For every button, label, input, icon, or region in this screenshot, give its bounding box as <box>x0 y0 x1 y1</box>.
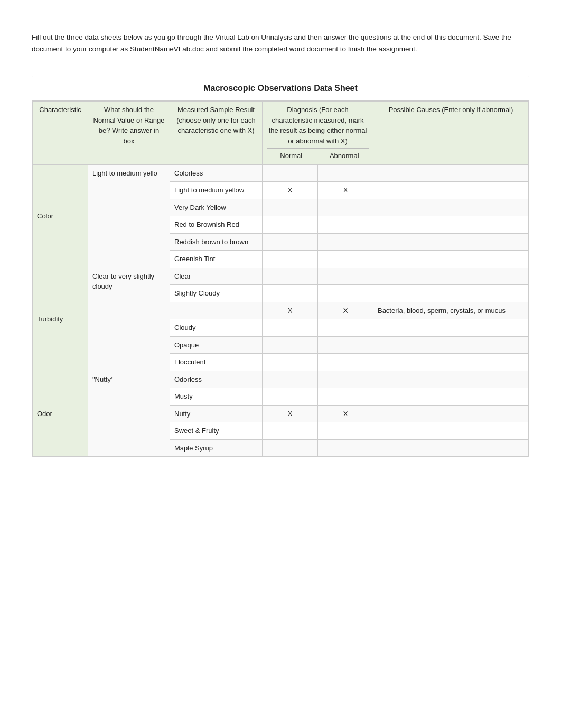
result-maple-syrup: Maple Syrup <box>170 439 263 457</box>
result-slightly-cloudy: Slightly Cloudy <box>170 285 263 302</box>
col-header-diagnosis: Diagnosis (For each characteristic measu… <box>263 102 373 165</box>
normal-value-odor: "Nutty" <box>88 371 170 457</box>
abnormal-x-maple <box>317 439 373 457</box>
causes-odorless <box>373 371 528 388</box>
normal-x-greenish <box>263 251 318 268</box>
result-cloudy: Cloudy <box>170 319 263 337</box>
abnormal-x-opaque <box>317 336 373 354</box>
causes-clear <box>373 268 528 285</box>
normal-x-clear <box>263 268 318 285</box>
characteristic-color: Color <box>33 164 88 268</box>
characteristic-turbidity: Turbidity <box>33 268 88 371</box>
normal-x-dark-yellow <box>263 199 318 216</box>
result-musty: Musty <box>170 388 263 406</box>
table-row: Turbidity Clear to very slightly cloudy … <box>33 268 529 285</box>
normal-x-flocculent <box>263 354 318 371</box>
abnormal-x-red <box>317 216 373 234</box>
abnormal-x-slightly-cloudy <box>317 285 373 302</box>
data-sheet-table: Macroscopic Observations Data Sheet Char… <box>32 76 529 457</box>
result-flocculent: Flocculent <box>170 354 263 371</box>
result-greenish: Greenish Tint <box>170 251 263 268</box>
normal-value-color: Light to medium yello <box>88 164 170 268</box>
result-light-yellow: Light to medium yellow <box>170 182 263 199</box>
intro-paragraph: Fill out the three data sheets below as … <box>32 32 529 54</box>
col-header-characteristic: Characteristic <box>33 102 88 165</box>
causes-maple <box>373 439 528 457</box>
causes-slightly-cloudy <box>373 285 528 302</box>
characteristic-odor: Odor <box>33 371 88 457</box>
causes-dark-yellow <box>373 199 528 216</box>
normal-x-reddish <box>263 233 318 251</box>
abnormal-x-sweet <box>317 422 373 440</box>
causes-cloudy <box>373 319 528 337</box>
abnormal-subheader: Abnormal <box>320 151 368 161</box>
causes-red <box>373 216 528 234</box>
causes-flocculent <box>373 354 528 371</box>
normal-x-sweet <box>263 422 318 440</box>
result-reddish-brown: Reddish brown to brown <box>170 233 263 251</box>
abnormal-x-light-yellow: X <box>317 182 373 199</box>
result-turbidity-blank <box>170 302 263 319</box>
table-title: Macroscopic Observations Data Sheet <box>32 76 529 101</box>
normal-x-turbidity-blank: X <box>263 302 318 319</box>
abnormal-x-reddish <box>317 233 373 251</box>
normal-x-light-yellow: X <box>263 182 318 199</box>
normal-subheader: Normal <box>267 151 320 161</box>
causes-nutty <box>373 405 528 422</box>
col-header-normal-value: What should the Normal Value or Range be… <box>88 102 170 165</box>
result-red-brownish: Red to Brownish Red <box>170 216 263 234</box>
causes-reddish <box>373 233 528 251</box>
normal-x-nutty: X <box>263 405 318 422</box>
causes-sweet <box>373 422 528 440</box>
abnormal-x-turbidity-blank: X <box>317 302 373 319</box>
causes-opaque <box>373 336 528 354</box>
abnormal-x-cloudy <box>317 319 373 337</box>
result-opaque: Opaque <box>170 336 263 354</box>
result-nutty: Nutty <box>170 405 263 422</box>
abnormal-x-greenish <box>317 251 373 268</box>
normal-x-red <box>263 216 318 234</box>
normal-x-musty <box>263 388 318 406</box>
abnormal-x-flocculent <box>317 354 373 371</box>
normal-x-odorless <box>263 371 318 388</box>
abnormal-x-clear <box>317 268 373 285</box>
causes-turbidity-blank: Bacteria, blood, sperm, crystals, or muc… <box>373 302 528 319</box>
result-clear: Clear <box>170 268 263 285</box>
abnormal-x-odorless <box>317 371 373 388</box>
causes-light-yellow <box>373 182 528 199</box>
abnormal-x-dark-yellow <box>317 199 373 216</box>
normal-x-colorless <box>263 164 318 182</box>
col-header-possible-causes: Possible Causes (Enter only if abnormal) <box>373 102 528 165</box>
col-header-measured: Measured Sample Result (choose only one … <box>170 102 263 165</box>
abnormal-x-nutty: X <box>317 405 373 422</box>
abnormal-x-colorless <box>317 164 373 182</box>
normal-x-cloudy <box>263 319 318 337</box>
causes-greenish <box>373 251 528 268</box>
result-sweet-fruity: Sweet & Fruity <box>170 422 263 440</box>
table-row: Odor "Nutty" Odorless <box>33 371 529 388</box>
result-dark-yellow: Very Dark Yellow <box>170 199 263 216</box>
result-odorless: Odorless <box>170 371 263 388</box>
normal-x-opaque <box>263 336 318 354</box>
table-row: Color Light to medium yello Colorless <box>33 164 529 182</box>
diagnosis-header-text: Diagnosis (For each characteristic measu… <box>269 106 367 145</box>
normal-x-slightly-cloudy <box>263 285 318 302</box>
normal-x-maple <box>263 439 318 457</box>
causes-musty <box>373 388 528 406</box>
causes-colorless <box>373 164 528 182</box>
result-colorless: Colorless <box>170 164 263 182</box>
abnormal-x-musty <box>317 388 373 406</box>
normal-value-turbidity: Clear to very slightly cloudy <box>88 268 170 371</box>
